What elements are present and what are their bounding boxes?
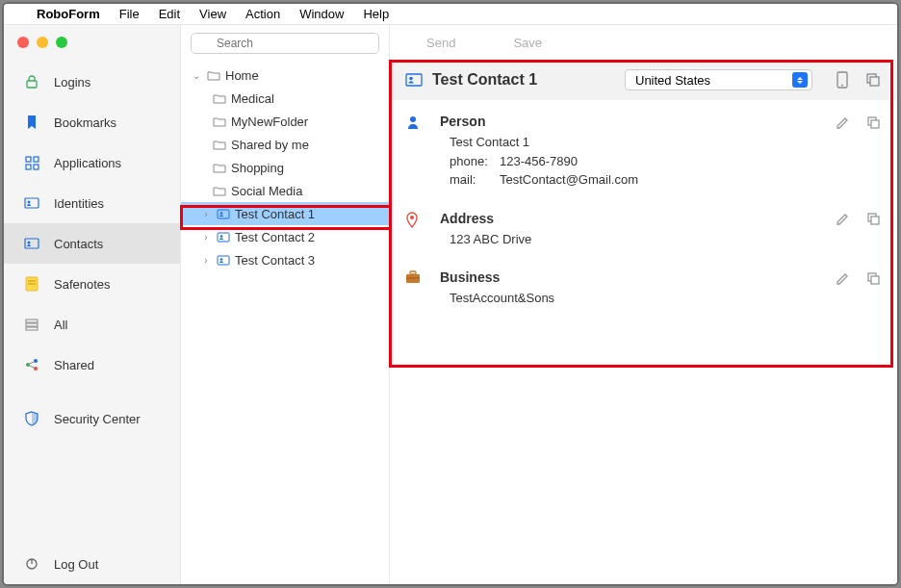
sidebar-item-applications[interactable]: Applications bbox=[4, 142, 180, 183]
sidebar-item-label: Applications bbox=[54, 156, 121, 170]
contact-icon bbox=[23, 235, 40, 252]
sidebar-item-safenotes[interactable]: Safenotes bbox=[4, 264, 180, 304]
tree-label: Test Contact 2 bbox=[235, 230, 315, 244]
sidebar-logout[interactable]: Log Out bbox=[4, 544, 180, 584]
bookmark-icon bbox=[23, 114, 40, 131]
folder-icon bbox=[212, 138, 227, 151]
contact-icon bbox=[216, 253, 231, 267]
menu-action[interactable]: Action bbox=[245, 7, 280, 21]
detail-title: Test Contact 1 bbox=[432, 71, 615, 89]
select-arrows-icon bbox=[792, 72, 808, 88]
svg-point-6 bbox=[28, 201, 31, 204]
svg-point-31 bbox=[409, 77, 413, 81]
svg-rect-0 bbox=[27, 81, 37, 88]
minimize-window-button[interactable] bbox=[37, 37, 48, 48]
svg-rect-26 bbox=[218, 233, 229, 242]
sidebar-items: Logins Bookmarks Applications bbox=[4, 58, 180, 584]
edit-icon[interactable] bbox=[834, 211, 851, 228]
app-window: RoboForm File Edit View Action Window He… bbox=[2, 2, 899, 586]
send-button[interactable]: Send bbox=[426, 36, 455, 50]
tree-label: MyNewFolder bbox=[231, 115, 308, 129]
tree-label: Medical bbox=[231, 91, 274, 106]
sidebar-item-label: Log Out bbox=[54, 557, 98, 572]
chevron-right-icon: › bbox=[200, 209, 212, 219]
menu-view[interactable]: View bbox=[199, 7, 226, 21]
tree-panel: ⌄ Home Medical MyNewFolder Shared by me … bbox=[181, 25, 390, 584]
tree-label: Home bbox=[225, 68, 259, 83]
folder-icon bbox=[212, 115, 227, 128]
sidebar-item-label: Bookmarks bbox=[54, 115, 116, 130]
svg-line-18 bbox=[30, 362, 35, 364]
save-button[interactable]: Save bbox=[513, 36, 542, 50]
svg-point-16 bbox=[34, 359, 38, 363]
copy-icon[interactable] bbox=[864, 269, 882, 287]
mail-value: TestContact@Gmail.com bbox=[500, 172, 638, 187]
edit-icon[interactable] bbox=[834, 269, 851, 287]
sidebar-item-contacts[interactable]: Contacts bbox=[4, 223, 180, 264]
svg-point-8 bbox=[28, 242, 31, 244]
tree-folder[interactable]: Shopping bbox=[181, 156, 389, 179]
section-person: Person Test Contact 1 phone:123-456-7890… bbox=[405, 114, 882, 190]
copy-icon[interactable] bbox=[864, 71, 882, 89]
copy-icon[interactable] bbox=[864, 114, 882, 131]
contact-icon bbox=[216, 207, 231, 220]
menu-help[interactable]: Help bbox=[363, 7, 389, 21]
detail-panel: Send Save Test Contact 1 United States bbox=[390, 25, 897, 584]
phone-value: 123-456-7890 bbox=[500, 154, 578, 168]
svg-rect-41 bbox=[871, 217, 879, 224]
tree-label: Shopping bbox=[231, 161, 284, 175]
svg-rect-28 bbox=[218, 256, 229, 265]
sidebar-item-all[interactable]: All bbox=[4, 304, 180, 345]
detail-header: Test Contact 1 United States bbox=[390, 60, 897, 100]
menu-edit[interactable]: Edit bbox=[159, 7, 180, 21]
section-title: Person bbox=[440, 114, 816, 129]
sidebar-item-label: Shared bbox=[54, 358, 94, 372]
sidebar-item-identities[interactable]: Identities bbox=[4, 183, 180, 223]
menu-window[interactable]: Window bbox=[299, 7, 344, 21]
svg-rect-3 bbox=[26, 165, 31, 169]
zoom-window-button[interactable] bbox=[56, 37, 67, 48]
edit-icon[interactable] bbox=[834, 114, 851, 131]
sidebar-item-label: All bbox=[54, 318, 67, 332]
menu-file[interactable]: File bbox=[119, 7, 140, 21]
country-select[interactable]: United States bbox=[625, 69, 812, 90]
tree-folder[interactable]: Medical bbox=[181, 87, 389, 110]
svg-rect-14 bbox=[26, 327, 38, 330]
menubar: RoboForm File Edit View Action Window He… bbox=[4, 4, 897, 25]
tree-home[interactable]: ⌄ Home bbox=[181, 64, 389, 87]
tree-folder[interactable]: Shared by me bbox=[181, 133, 389, 156]
copy-icon[interactable] bbox=[864, 211, 882, 228]
lock-icon bbox=[23, 73, 40, 90]
section-address: Address 123 ABC Drive bbox=[405, 211, 882, 249]
tree-label: Social Media bbox=[231, 184, 302, 198]
tree-folder[interactable]: Social Media bbox=[181, 179, 389, 202]
svg-rect-5 bbox=[25, 198, 39, 208]
svg-point-17 bbox=[34, 367, 38, 371]
tree-contact[interactable]: › Test Contact 1 bbox=[181, 202, 389, 225]
menubar-appname[interactable]: RoboForm bbox=[37, 7, 100, 21]
tree-contact[interactable]: › Test Contact 3 bbox=[181, 248, 389, 271]
sidebar-item-label: Contacts bbox=[54, 237, 103, 251]
detail-toolbar: Send Save bbox=[390, 25, 897, 60]
mail-label: mail: bbox=[450, 170, 500, 190]
sidebar-item-logins[interactable]: Logins bbox=[4, 62, 180, 102]
sidebar-item-label: Logins bbox=[54, 75, 90, 89]
search-input[interactable] bbox=[191, 33, 379, 54]
section-title: Business bbox=[440, 269, 816, 285]
svg-rect-2 bbox=[34, 157, 39, 162]
phone-label: phone: bbox=[450, 152, 500, 171]
device-icon[interactable] bbox=[834, 71, 851, 89]
sidebar-item-shared[interactable]: Shared bbox=[4, 345, 180, 385]
svg-rect-46 bbox=[871, 276, 879, 284]
tree-folder[interactable]: MyNewFolder bbox=[181, 110, 389, 133]
chevron-right-icon: › bbox=[200, 255, 212, 266]
sidebar-item-security[interactable]: Security Center bbox=[4, 398, 180, 439]
svg-rect-4 bbox=[34, 165, 39, 169]
svg-point-29 bbox=[220, 258, 223, 261]
close-window-button[interactable] bbox=[17, 37, 29, 48]
person-icon bbox=[405, 115, 423, 132]
tree-contact[interactable]: › Test Contact 2 bbox=[181, 225, 389, 248]
folder-icon bbox=[212, 184, 227, 197]
sidebar-item-label: Safenotes bbox=[54, 277, 111, 292]
sidebar-item-bookmarks[interactable]: Bookmarks bbox=[4, 102, 180, 142]
